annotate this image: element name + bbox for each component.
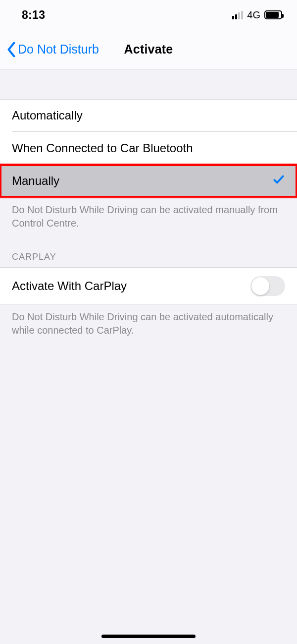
checkmark-icon bbox=[272, 173, 285, 189]
option-automatically[interactable]: Automatically bbox=[0, 99, 297, 132]
carplay-toggle-label: Activate With CarPlay bbox=[12, 279, 127, 293]
carplay-footer: Do Not Disturb While Driving can be acti… bbox=[0, 304, 297, 352]
navigation-bar: Do Not Disturb Activate bbox=[0, 30, 297, 69]
activation-footer: Do Not Disturb While Driving can be acti… bbox=[0, 197, 297, 245]
carplay-toggle[interactable] bbox=[250, 276, 285, 296]
page-title: Activate bbox=[124, 42, 173, 57]
back-button[interactable]: Do Not Disturb bbox=[7, 42, 99, 57]
carplay-header: CARPLAY bbox=[0, 245, 297, 267]
status-bar: 8:13 4G bbox=[0, 0, 297, 30]
battery-icon bbox=[264, 10, 282, 19]
option-label: When Connected to Car Bluetooth bbox=[12, 141, 193, 155]
status-indicators: 4G bbox=[232, 9, 282, 21]
carplay-toggle-row: Activate With CarPlay bbox=[0, 267, 297, 304]
option-manually[interactable]: Manually bbox=[0, 165, 297, 197]
option-label: Manually bbox=[12, 174, 59, 188]
chevron-left-icon bbox=[7, 42, 16, 57]
option-label: Automatically bbox=[12, 109, 83, 122]
back-label: Do Not Disturb bbox=[18, 42, 99, 57]
cellular-signal-icon bbox=[232, 11, 243, 19]
network-label: 4G bbox=[247, 9, 260, 21]
status-time: 8:13 bbox=[22, 8, 45, 22]
option-car-bluetooth[interactable]: When Connected to Car Bluetooth bbox=[0, 132, 297, 165]
home-indicator[interactable] bbox=[101, 635, 196, 638]
